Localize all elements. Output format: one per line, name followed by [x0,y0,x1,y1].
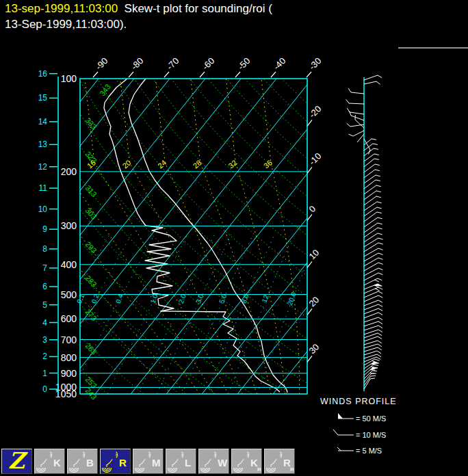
balloon-icon: R [101,449,130,473]
balloon-icon: K [35,449,64,473]
svg-text:300: 300 [61,220,77,231]
svg-text:M: M [152,457,161,468]
svg-text:900: 900 [61,368,77,379]
svg-text:4: 4 [42,318,47,328]
svg-text:2: 2 [42,352,47,361]
svg-text:R: R [257,466,261,473]
toolbar-button-m[interactable]: M [133,449,164,474]
dewpoint-trace [104,79,280,392]
toolbar-button-k[interactable]: K [34,449,65,474]
svg-text:5: 5 [42,300,47,310]
svg-text:100: 100 [61,73,77,84]
legend-item-label: = 5 M/S [356,447,382,455]
height-axis: 012345678910111213141516 [38,69,58,394]
isotherm-grid [0,79,468,394]
svg-text:303: 303 [84,206,99,221]
svg-text:800: 800 [61,352,77,363]
toolbar-button-l[interactable]: L [166,449,196,474]
svg-text:B: B [86,457,94,468]
svg-text:10: 10 [307,248,322,262]
svg-text:7: 7 [42,263,47,273]
svg-text:-20: -20 [307,104,324,120]
svg-text:700: 700 [61,334,77,345]
svg-text:0: 0 [42,384,47,394]
legend-item-label: = 50 M/S [356,414,386,423]
svg-text:-50: -50 [236,55,252,72]
toolbar-button-w[interactable]: W [198,449,229,474]
svg-text:R: R [290,466,294,473]
winds-legend: WINDS PROFILE= 50 M/S= 10 M/S= 5 M/S [320,397,397,455]
z-logo-icon: Z [8,447,25,474]
temp-right-labels: -20-100102030 [307,104,324,362]
svg-text:9: 9 [42,224,47,234]
svg-text:400: 400 [61,259,77,270]
svg-text:12: 12 [261,293,270,304]
svg-text:293: 293 [84,240,99,255]
svg-text:600: 600 [61,313,77,324]
svg-text:11: 11 [39,183,48,193]
mixing-ratio-labels: 0.10.20.41.02.03.05.08.01220.0 [75,291,298,306]
temp-top-labels: -90-80-70-60-50-40-30 [93,55,323,77]
balloon-icon: B [68,449,97,473]
svg-text:13: 13 [38,140,48,149]
wind-profile [346,75,383,391]
svg-text:273: 273 [84,308,99,323]
svg-text:-60: -60 [200,55,217,72]
toolbar-button-kr[interactable]: KR [231,449,262,474]
plot-border [80,79,307,394]
svg-text:-40: -40 [272,55,288,72]
temperature-trace [129,79,287,393]
svg-text:3: 3 [42,335,47,345]
balloon-icon: L [166,449,196,473]
svg-text:-30: -30 [307,55,324,72]
svg-text:20.0: 20.0 [286,291,298,306]
moist-adiabat-labels: 162024283236 [86,158,274,170]
svg-text:16: 16 [38,69,48,79]
svg-text:32: 32 [226,158,238,170]
toolbar-button-rr[interactable]: RR [264,449,295,474]
balloon-icon: KR [232,449,261,473]
svg-text:1: 1 [42,369,47,378]
svg-text:8: 8 [42,244,47,254]
svg-text:-90: -90 [94,55,110,72]
svg-text:-70: -70 [165,55,181,72]
winds-legend-title: WINDS PROFILE [320,397,397,406]
svg-text:24: 24 [156,158,168,170]
svg-text:333: 333 [84,116,99,131]
toolbar-button-r[interactable]: R [100,449,131,474]
svg-text:36: 36 [262,158,274,170]
toolbar-button-z[interactable]: Z [1,449,32,474]
svg-text:10: 10 [38,204,48,214]
svg-text:283: 283 [84,274,99,289]
grid-clipped [0,79,468,394]
svg-text:30: 30 [307,342,322,356]
svg-text:28: 28 [192,158,203,170]
svg-text:14: 14 [38,117,48,127]
dry-adiabat-labels: 243253263273283293303313323333343 [84,83,112,401]
balloon-icon: RR [265,449,294,473]
svg-text:6: 6 [42,282,47,291]
svg-text:263: 263 [84,341,99,356]
dry-adiabats [0,79,468,394]
svg-text:K: K [53,457,61,468]
svg-text:200: 200 [61,166,77,177]
svg-text:313: 313 [84,183,99,198]
svg-text:0: 0 [307,204,318,215]
toolbar: ZKBRMLWKRRR [1,449,297,475]
svg-text:R: R [119,457,127,468]
svg-text:L: L [185,457,191,468]
toolbar-button-b[interactable]: B [67,449,98,474]
balloon-icon: W [199,449,229,473]
svg-text:-10: -10 [307,151,324,168]
svg-text:500: 500 [61,289,77,300]
svg-text:W: W [218,457,228,468]
svg-text:15: 15 [38,93,48,103]
legend-item-label: = 10 M/S [356,431,386,439]
skew-t-chart: 2432532632732832933033133233333431620242… [0,0,468,476]
svg-text:20: 20 [307,295,322,309]
svg-text:20: 20 [120,158,132,170]
svg-text:-80: -80 [129,55,146,72]
svg-text:12: 12 [38,162,48,172]
balloon-icon: M [133,449,163,473]
